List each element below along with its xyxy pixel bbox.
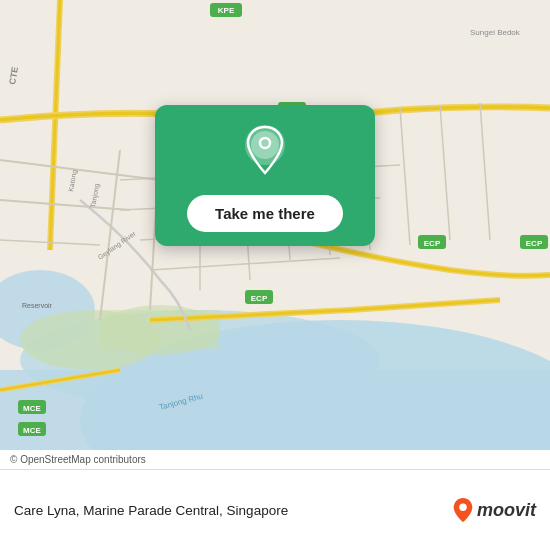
svg-text:KPE: KPE [218, 6, 235, 15]
svg-point-51 [459, 504, 466, 511]
svg-point-49 [251, 131, 279, 159]
svg-text:Sungei Bedok: Sungei Bedok [470, 28, 521, 37]
map-attribution: © OpenStreetMap contributors [0, 450, 550, 469]
take-me-there-button[interactable]: Take me there [187, 195, 343, 232]
location-pin-icon [241, 123, 289, 183]
svg-text:ECP: ECP [424, 239, 441, 248]
location-card: Take me there [155, 105, 375, 246]
svg-text:MCE: MCE [23, 426, 41, 435]
moovit-pin-icon [452, 497, 474, 523]
map-background: KPE PIE ECP ECP ECP MCE MCE CTE Geylang … [0, 0, 550, 450]
svg-text:ECP: ECP [526, 239, 543, 248]
place-info: Care Lyna, Marine Parade Central, Singap… [0, 470, 550, 550]
moovit-brand-text: moovit [477, 500, 536, 521]
svg-text:MCE: MCE [23, 404, 41, 413]
bottom-bar: © OpenStreetMap contributors Care Lyna, … [0, 450, 550, 550]
moovit-logo: moovit [452, 497, 536, 523]
svg-text:ECP: ECP [251, 294, 268, 303]
svg-text:Reservoir: Reservoir [22, 302, 53, 309]
place-name: Care Lyna, Marine Parade Central, Singap… [14, 503, 288, 518]
